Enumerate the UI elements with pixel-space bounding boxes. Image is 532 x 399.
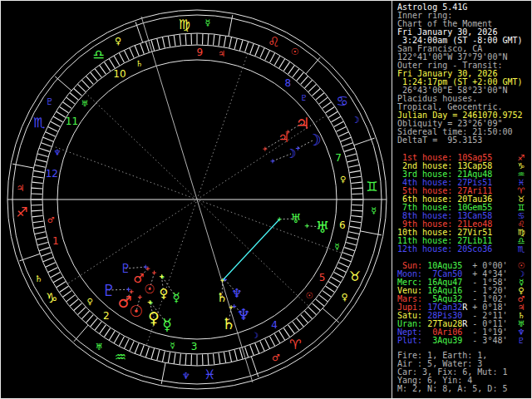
degree-tick (125, 339, 130, 349)
degree-tick (274, 334, 280, 343)
degree-tick (265, 51, 270, 61)
sign-ruler-sun-icon: ☉ (291, 47, 299, 57)
house-number-11: 11 (66, 116, 78, 127)
degree-tick (208, 354, 209, 365)
degree-tick (109, 331, 115, 340)
degree-tick (288, 325, 295, 334)
degree-tick (74, 89, 82, 96)
degree-tick (350, 170, 361, 172)
degree-tick (63, 291, 72, 298)
degree-tick (36, 160, 47, 162)
degree-tick (35, 165, 46, 168)
astrolog-window: ♈♂♉♀♊☿♋☽♌☉♍☿♎♀♏♇♐♃♑♄♒♅♓♆1♂2♀3☿4☽5☉6☿7♀8♇… (0, 0, 532, 399)
degree-tick (63, 102, 72, 109)
degree-tick (234, 38, 237, 49)
sign-boundary (323, 308, 339, 323)
degree-tick (151, 348, 155, 358)
sign-ruler-venus-icon: ♀ (115, 36, 121, 47)
degree-tick (114, 334, 120, 343)
degree-tick (351, 182, 362, 183)
degree-tick (260, 48, 264, 58)
degree-tick (348, 165, 359, 168)
planet-row-text: - 3°48' (467, 336, 507, 345)
degree-tick (250, 345, 254, 355)
degree-tick (351, 215, 362, 216)
degree-tick (81, 311, 89, 318)
planet-row: Plut: 3Aqu39 - 3°48'♇ (392, 337, 531, 345)
degree-tick (180, 35, 180, 46)
degree-tick (270, 337, 275, 346)
planet-pluto-outer-icon: ♇ (101, 281, 116, 299)
degree-tick (130, 48, 134, 58)
planet-row-text: Plut: (397, 336, 427, 345)
sign-glyph-gemini-icon: ♊ (366, 179, 377, 195)
degree-tick (293, 322, 299, 330)
house-ruler-mercury-icon: ☿ (170, 341, 175, 350)
degree-tick (135, 46, 139, 56)
degree-tick (245, 42, 249, 52)
degree-tick (86, 76, 94, 85)
degree-tick (270, 53, 275, 62)
planet-uranus-inner-icon: ♅ (290, 211, 301, 226)
degree-tick (338, 263, 348, 267)
planet-mercury-outer-icon: ☿ (162, 315, 172, 333)
sign-ruler-neptune-icon: ♆ (182, 371, 190, 382)
info-panel: Astrolog 5.41GInner ring:Chart of the Mo… (392, 1, 531, 398)
planet-mars-inner-icon: ♂ (133, 271, 144, 286)
degree-tick (255, 46, 259, 56)
house-ruler-neptune-icon: ♆ (53, 148, 61, 157)
degree-tick (342, 253, 352, 256)
planet-sun-inner-icon: ☉ (144, 282, 155, 297)
degree-tick (51, 273, 60, 278)
planet-mercury-inner-icon: ☿ (172, 290, 180, 305)
degree-tick (326, 106, 335, 112)
degree-tick (279, 59, 285, 68)
degree-tick (328, 282, 337, 288)
degree-tick (319, 295, 328, 302)
degree-tick (313, 303, 321, 311)
house-ruler-jupiter-icon: ♃ (218, 49, 225, 58)
degree-tick (46, 132, 56, 136)
sign-glyph-sagittarius-icon: ♐ (16, 204, 27, 220)
degree-tick (334, 273, 343, 278)
degree-tick (32, 182, 43, 183)
degree-tick (37, 242, 47, 245)
degree-tick (229, 351, 232, 362)
planet-jupiter-inner-icon: ♃ (278, 131, 288, 145)
house-number-12: 12 (46, 168, 58, 180)
house-row: 12th house: 20Sco36♏ (392, 245, 531, 254)
degree-tick (352, 188, 362, 189)
degree-tick (51, 121, 60, 126)
planet-mars-outer-icon: ♂ (117, 293, 131, 311)
degree-tick (57, 282, 66, 288)
house-number-6: 6 (339, 219, 346, 231)
degree-tick (109, 59, 115, 68)
chart-info-line: DeltaT = 95.3153 (392, 136, 531, 145)
degree-tick (234, 350, 237, 361)
degree-tick (32, 210, 42, 211)
degree-tick (119, 337, 124, 346)
degree-tick (130, 341, 134, 351)
degree-tick (77, 84, 85, 91)
degree-tick (86, 315, 94, 323)
degree-tick (48, 268, 58, 273)
degree-tick (60, 106, 69, 112)
degree-tick (274, 56, 280, 65)
degree-tick (288, 66, 295, 75)
house-number-8: 8 (284, 77, 291, 89)
summary-line-text: M: 2, N: 8, A: 5, D: 5 (397, 384, 507, 393)
sign-boundary (19, 254, 40, 260)
degree-tick (224, 37, 225, 47)
degree-tick (332, 277, 341, 283)
chart-info-header: Astrolog 5.41GInner ring:Chart of the Mo… (392, 3, 531, 145)
house-number-1: 1 (52, 235, 59, 247)
degree-tick (32, 215, 43, 216)
degree-tick (229, 37, 232, 48)
degree-tick (77, 308, 85, 315)
house-ruler-pluto-icon: ♇ (300, 93, 308, 102)
degree-tick (168, 37, 170, 47)
degree-tick (351, 176, 362, 178)
degree-tick (43, 137, 53, 141)
planet-neptune-outer-icon: ♆ (236, 305, 250, 323)
sign-ruler-moon-icon: ☽ (352, 115, 360, 126)
